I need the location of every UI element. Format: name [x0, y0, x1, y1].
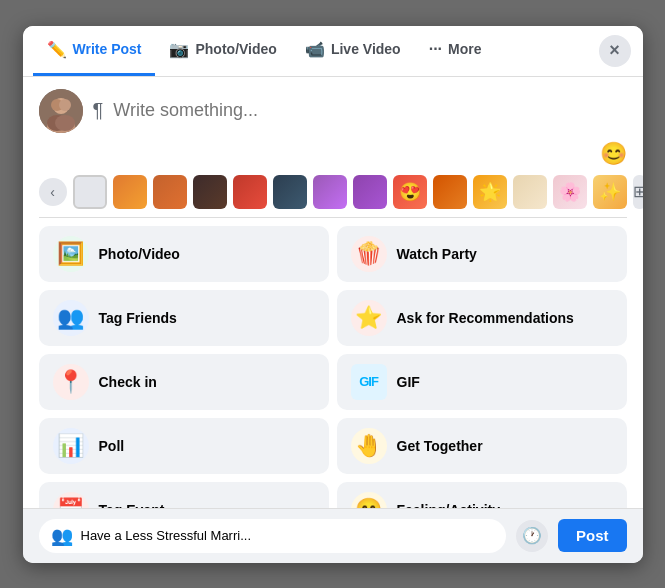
watch-party-action-icon: 🍿	[351, 236, 387, 272]
action-watch-party-label: Watch Party	[397, 246, 477, 262]
photo-video-icon: 📷	[169, 40, 189, 59]
ask-recommendations-action-icon: ⭐	[351, 300, 387, 336]
footer-suggestion[interactable]: 👥 Have a Less Stressful Marri...	[39, 519, 506, 553]
bg-swatch-5[interactable]	[273, 175, 307, 209]
bg-swatch-13[interactable]: ✨	[593, 175, 627, 209]
avatar-image	[39, 89, 83, 133]
bg-swatch-10[interactable]: 🌟	[473, 175, 507, 209]
action-poll-label: Poll	[99, 438, 125, 454]
suggestion-icon: 👥	[51, 525, 73, 547]
tab-live-video[interactable]: 📹 Live Video	[291, 26, 415, 76]
post-input[interactable]	[113, 100, 626, 121]
bg-swatch-11[interactable]	[513, 175, 547, 209]
bg-swatch-8[interactable]: 😍	[393, 175, 427, 209]
emoji-button[interactable]: 😊	[600, 141, 627, 167]
action-tag-friends[interactable]: 👥 Tag Friends	[39, 290, 329, 346]
tab-photo-video[interactable]: 📷 Photo/Video	[155, 26, 290, 76]
action-tag-friends-label: Tag Friends	[99, 310, 177, 326]
create-post-modal: ✏️ Write Post 📷 Photo/Video 📹 Live Video…	[23, 26, 643, 563]
bg-swatch-12[interactable]: 🌸	[553, 175, 587, 209]
post-button[interactable]: Post	[558, 519, 627, 552]
action-check-in[interactable]: 📍 Check in	[39, 354, 329, 410]
bg-swatch-7[interactable]	[353, 175, 387, 209]
more-icon: ···	[429, 40, 442, 58]
tab-live-video-label: Live Video	[331, 41, 401, 57]
action-tag-event[interactable]: 📅 Tag Event	[39, 482, 329, 508]
tag-event-action-icon: 📅	[53, 492, 89, 508]
tabs-header: ✏️ Write Post 📷 Photo/Video 📹 Live Video…	[23, 26, 643, 77]
tab-write-post[interactable]: ✏️ Write Post	[33, 26, 156, 76]
tab-photo-video-label: Photo/Video	[195, 41, 276, 57]
actions-grid: 🖼️ Photo/Video 🍿 Watch Party 👥 Tag Frien…	[23, 218, 643, 508]
svg-point-6	[55, 115, 75, 131]
action-feeling-activity-label: Feeling/Activity	[397, 502, 500, 508]
bg-swatch-9[interactable]	[433, 175, 467, 209]
poll-action-icon: 📊	[53, 428, 89, 464]
action-feeling-activity[interactable]: 😊 Feeling/Activity	[337, 482, 627, 508]
tab-write-post-label: Write Post	[73, 41, 142, 57]
bg-swatch-4[interactable]	[233, 175, 267, 209]
action-tag-event-label: Tag Event	[99, 502, 165, 508]
write-post-icon: ✏️	[47, 40, 67, 59]
action-poll[interactable]: 📊 Poll	[39, 418, 329, 474]
action-photo-video-label: Photo/Video	[99, 246, 180, 262]
bg-swatch-none[interactable]	[73, 175, 107, 209]
action-get-together[interactable]: 🤚 Get Together	[337, 418, 627, 474]
get-together-action-icon: 🤚	[351, 428, 387, 464]
tab-more[interactable]: ··· More	[415, 26, 496, 75]
clock-icon: 🕐	[522, 526, 542, 545]
action-ask-recommendations-label: Ask for Recommendations	[397, 310, 574, 326]
suggestion-text: Have a Less Stressful Marri...	[81, 528, 494, 543]
bg-swatch-3[interactable]	[193, 175, 227, 209]
action-gif-label: GIF	[397, 374, 420, 390]
clock-button[interactable]: 🕐	[516, 520, 548, 552]
feeling-activity-action-icon: 😊	[351, 492, 387, 508]
action-photo-video[interactable]: 🖼️ Photo/Video	[39, 226, 329, 282]
check-in-action-icon: 📍	[53, 364, 89, 400]
bg-swatch-1[interactable]	[113, 175, 147, 209]
footer: 👥 Have a Less Stressful Marri... 🕐 Post	[23, 508, 643, 563]
bg-prev-button[interactable]: ‹	[39, 178, 67, 206]
photo-video-action-icon: 🖼️	[53, 236, 89, 272]
bg-swatch-6[interactable]	[313, 175, 347, 209]
paragraph-icon[interactable]: ¶	[93, 99, 104, 122]
bg-grid-button[interactable]: ⊞	[633, 175, 643, 209]
svg-point-4	[59, 99, 71, 111]
background-selector: ‹ 😍 🌟 🌸 ✨ ⊞	[23, 171, 643, 217]
action-get-together-label: Get Together	[397, 438, 483, 454]
bg-swatch-2[interactable]	[153, 175, 187, 209]
avatar	[39, 89, 83, 133]
author-row: ¶	[23, 77, 643, 141]
action-ask-recommendations[interactable]: ⭐ Ask for Recommendations	[337, 290, 627, 346]
action-check-in-label: Check in	[99, 374, 157, 390]
live-video-icon: 📹	[305, 40, 325, 59]
action-watch-party[interactable]: 🍿 Watch Party	[337, 226, 627, 282]
tab-more-label: More	[448, 41, 481, 57]
tag-friends-action-icon: 👥	[53, 300, 89, 336]
gif-action-icon: GIF	[351, 364, 387, 400]
close-button[interactable]: ×	[599, 35, 631, 67]
action-gif[interactable]: GIF GIF	[337, 354, 627, 410]
